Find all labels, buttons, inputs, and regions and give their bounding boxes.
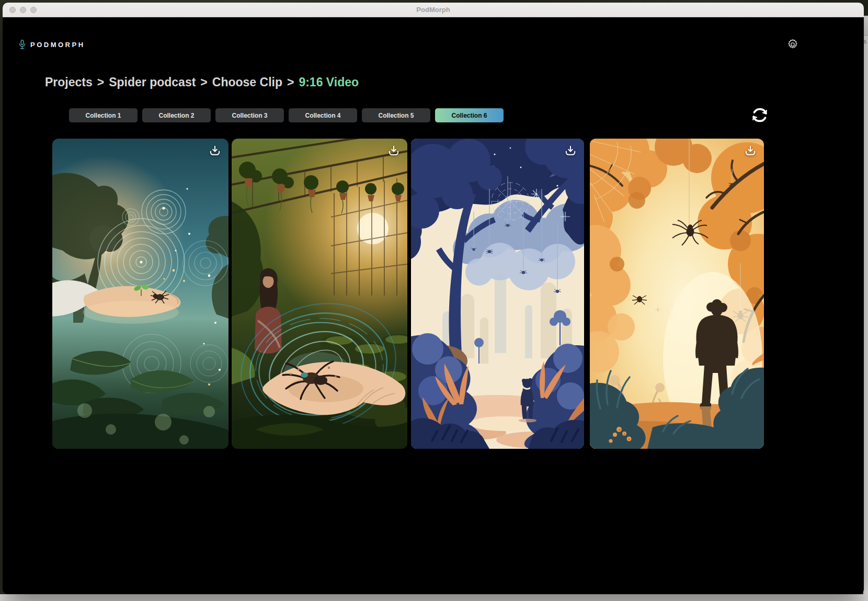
refresh-icon xyxy=(750,105,770,125)
app-logo: PODMORPH xyxy=(18,39,85,50)
breadcrumb-current-page: 9:16 Video xyxy=(299,75,359,89)
app-window: PodMorph PODMORPH Projects>Spider podcas… xyxy=(3,3,864,594)
clip-card-3[interactable] xyxy=(411,139,584,449)
download-button[interactable] xyxy=(386,144,401,158)
collection-tabs: Collection 1 Collection 2 Collection 3 C… xyxy=(69,108,504,122)
settings-button[interactable] xyxy=(786,38,800,52)
background-window-text: 5 xyxy=(864,39,866,44)
clip-card-4[interactable] xyxy=(590,139,764,449)
clip-thumbnail-3 xyxy=(411,139,584,449)
tab-collection-4[interactable]: Collection 4 xyxy=(289,108,357,122)
gear-icon xyxy=(786,38,799,51)
logo-text: PODMORPH xyxy=(30,41,85,49)
breadcrumb: Projects>Spider podcast>Choose Clip>9:16… xyxy=(45,75,359,89)
clip-card-2[interactable] xyxy=(232,139,407,449)
download-icon xyxy=(208,144,222,157)
download-icon xyxy=(387,144,401,157)
tab-collection-2[interactable]: Collection 2 xyxy=(142,108,211,122)
breadcrumb-choose-clip[interactable]: Choose Clip xyxy=(212,75,282,89)
clip-thumbnail-1 xyxy=(52,139,229,449)
background-window-fragment: 5 xyxy=(863,16,868,594)
download-icon xyxy=(744,144,757,157)
breadcrumb-separator: > xyxy=(287,75,294,89)
window-title: PodMorph xyxy=(3,3,864,17)
tab-collection-6[interactable]: Collection 6 xyxy=(435,108,504,122)
clip-thumbnail-2 xyxy=(232,139,407,449)
clip-card-1[interactable] xyxy=(52,139,229,449)
download-button[interactable] xyxy=(563,144,578,158)
refresh-button[interactable] xyxy=(750,105,770,125)
tab-collection-5[interactable]: Collection 5 xyxy=(362,108,430,122)
download-icon xyxy=(564,144,577,157)
breadcrumb-project-name[interactable]: Spider podcast xyxy=(109,75,196,89)
app-content: PODMORPH Projects>Spider podcast>Choose … xyxy=(3,18,864,594)
breadcrumb-projects[interactable]: Projects xyxy=(45,75,93,89)
breadcrumb-separator: > xyxy=(97,75,104,89)
tab-collection-1[interactable]: Collection 1 xyxy=(69,108,138,122)
download-button[interactable] xyxy=(208,144,222,158)
download-button[interactable] xyxy=(743,144,758,158)
clip-thumbnail-4 xyxy=(590,139,764,449)
desktop-bottom-strip xyxy=(0,594,868,601)
tab-collection-3[interactable]: Collection 3 xyxy=(215,108,284,122)
background-window-header xyxy=(863,16,868,36)
microphone-icon xyxy=(18,39,26,50)
titlebar: PodMorph xyxy=(3,3,864,17)
breadcrumb-separator: > xyxy=(200,75,207,89)
